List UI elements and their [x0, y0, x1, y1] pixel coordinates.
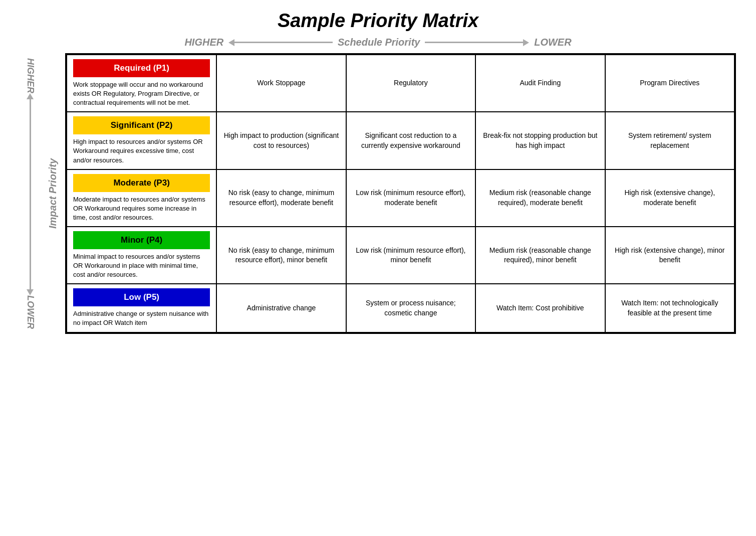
- priority-desc-3: Minimal impact to resources and/or syste…: [73, 252, 210, 280]
- priority-badge-3: Minor (P4): [73, 231, 210, 249]
- matrix-cell-1-3: System retirement/ system replacement: [605, 112, 734, 169]
- matrix-cell-0-1: Regulatory: [346, 55, 475, 112]
- matrix-cell-4-0: Administrative change: [216, 284, 346, 332]
- table-row: Significant (P2)High impact to resources…: [67, 112, 734, 169]
- schedule-lower-label: LOWER: [534, 37, 571, 48]
- matrix-cell-4-3: Watch Item: not technologically feasible…: [605, 284, 734, 332]
- matrix-cell-4-2: Watch Item: Cost prohibitive: [475, 284, 605, 332]
- matrix-cell-3-2: Medium risk (reasonable change required)…: [475, 227, 605, 284]
- priority-desc-4: Administrative change or system nuisance…: [73, 309, 210, 327]
- priority-badge-4: Low (P5): [73, 288, 210, 306]
- matrix-cell-2-2: Medium risk (reasonable change required)…: [475, 169, 605, 227]
- matrix-cell-3-3: High risk (extensive change), minor bene…: [605, 227, 734, 284]
- matrix-cell-3-0: No risk (easy to change, minimum resourc…: [216, 227, 346, 284]
- impact-priority-text: Impact Priority: [47, 158, 59, 229]
- priority-cell-3: Minor (P4)Minimal impact to resources an…: [67, 227, 216, 284]
- schedule-arrow: Schedule Priority: [228, 37, 529, 48]
- matrix-cell-0-2: Audit Finding: [475, 55, 605, 112]
- priority-desc-0: Work stoppage will occur and no workarou…: [73, 80, 210, 108]
- arrow-line-right: [425, 42, 523, 43]
- arrow-vert-line: [30, 99, 31, 289]
- arrow-up-head-icon: [27, 93, 34, 99]
- impact-arrow-side: HIGHER LOWER: [20, 53, 40, 334]
- matrix-cell-1-2: Break-fix not stopping production but ha…: [475, 112, 605, 169]
- matrix-cell-0-0: Work Stoppage: [216, 55, 346, 112]
- priority-badge-0: Required (P1): [73, 59, 210, 77]
- matrix-cell-2-0: No risk (easy to change, minimum resourc…: [216, 169, 346, 227]
- matrix-cell-3-1: Low risk (minimum resource effort), mino…: [346, 227, 475, 284]
- arrow-right-head-icon: [523, 39, 529, 46]
- matrix-cell-0-3: Program Directives: [605, 55, 734, 112]
- schedule-priority-label: Schedule Priority: [338, 37, 420, 48]
- matrix-cell-1-1: Significant cost reduction to a currentl…: [346, 112, 475, 169]
- schedule-higher-label: HIGHER: [184, 37, 223, 48]
- priority-cell-4: Low (P5)Administrative change or system …: [67, 284, 216, 332]
- matrix-container: Required (P1)Work stoppage will occur an…: [65, 53, 736, 334]
- priority-badge-1: Significant (P2): [73, 116, 210, 134]
- table-row: Required (P1)Work stoppage will occur an…: [67, 55, 734, 112]
- table-row: Minor (P4)Minimal impact to resources an…: [67, 227, 734, 284]
- arrow-down-head-icon: [27, 289, 34, 295]
- matrix-cell-2-1: Low risk (minimum resource effort), mode…: [346, 169, 475, 227]
- arrow-line-left: [234, 42, 333, 43]
- impact-higher-label: HIGHER: [25, 58, 36, 93]
- priority-desc-1: High impact to resources and/or systems …: [73, 137, 210, 165]
- priority-cell-2: Moderate (P3)Moderate impact to resource…: [67, 169, 216, 227]
- schedule-priority-header: HIGHER Schedule Priority LOWER: [20, 37, 736, 48]
- arrow-left-head-icon: [228, 39, 234, 46]
- matrix-cell-4-1: System or process nuisance; cosmetic cha…: [346, 284, 475, 332]
- matrix-cell-1-0: High impact to production (significant c…: [216, 112, 346, 169]
- impact-priority-label: Impact Priority: [40, 53, 65, 334]
- table-row: Low (P5)Administrative change or system …: [67, 284, 734, 332]
- priority-matrix: Required (P1)Work stoppage will occur an…: [66, 54, 735, 333]
- priority-desc-2: Moderate impact to resources and/or syst…: [73, 195, 210, 223]
- priority-cell-1: Significant (P2)High impact to resources…: [67, 112, 216, 169]
- priority-cell-0: Required (P1)Work stoppage will occur an…: [67, 55, 216, 112]
- priority-badge-2: Moderate (P3): [73, 174, 210, 192]
- impact-lower-label: LOWER: [25, 295, 36, 329]
- main-layout: HIGHER LOWER Impact Priority Required (P…: [20, 53, 736, 334]
- matrix-cell-2-3: High risk (extensive change), moderate b…: [605, 169, 734, 227]
- table-row: Moderate (P3)Moderate impact to resource…: [67, 169, 734, 227]
- impact-arrow: [27, 93, 34, 295]
- page-title: Sample Priority Matrix: [278, 10, 478, 32]
